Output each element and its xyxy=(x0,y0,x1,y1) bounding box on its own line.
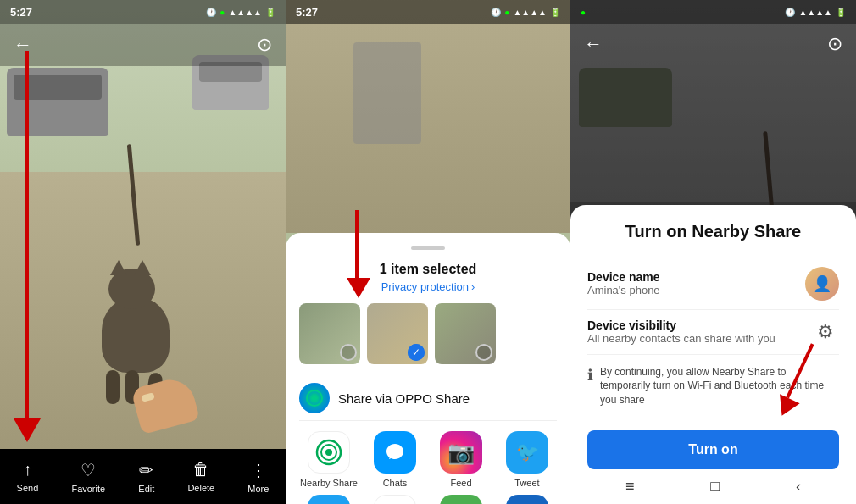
delete-button[interactable]: 🗑 Delete xyxy=(187,460,214,493)
signal-icon: ▲▲▲▲ xyxy=(228,8,262,17)
top-controls-3: ← ⊙ xyxy=(570,24,856,64)
status-icons-1: 🕐 ● ▲▲▲▲ 🔋 xyxy=(206,8,275,17)
favorite-button[interactable]: ♡ Favorite xyxy=(71,460,105,494)
battery-icon-3: 🔋 xyxy=(836,8,846,17)
photo-background xyxy=(0,0,286,504)
device-name-value: Amina's phone xyxy=(587,284,660,296)
red-arrow-1-head xyxy=(14,418,41,442)
panel-nearby-share: ● 🕐 ▲▲▲▲ 🔋 ← ⊙ Turn on Nearby Share Devi… xyxy=(570,0,856,504)
info-icon: ℹ xyxy=(587,366,593,385)
thumb-circle-1 xyxy=(340,344,357,361)
time-2: 5:27 xyxy=(296,6,318,19)
notif-icon-2: 🕐 xyxy=(491,8,501,17)
status-bar-3: ● 🕐 ▲▲▲▲ 🔋 xyxy=(570,0,856,24)
back-button-3[interactable]: ← xyxy=(584,33,603,55)
nav-menu-3: ≡ xyxy=(625,478,635,496)
nav-home-3: □ xyxy=(710,478,720,496)
instagram-icon: 📷 xyxy=(440,431,482,474)
user-avatar: 👤 xyxy=(805,267,839,301)
device-visibility-label: Device visibility xyxy=(587,318,775,332)
red-arrow-2 xyxy=(347,210,370,298)
sheet-handle xyxy=(411,246,445,250)
turn-on-button[interactable]: Turn on xyxy=(587,430,839,469)
settings-gear-icon[interactable]: ⚙ xyxy=(812,318,839,346)
share-sheet: 1 item selected Privacy protection › ✓ xyxy=(286,233,570,504)
nav-back-2: ‹ xyxy=(522,479,527,497)
nav-back-3: ‹ xyxy=(796,478,801,496)
panel3-status-dot: ● xyxy=(581,8,586,17)
status-icons-3: 🕐 ▲▲▲▲ 🔋 xyxy=(785,8,846,17)
red-arrow-1-line xyxy=(25,51,29,424)
back-button-1[interactable]: ← xyxy=(14,34,32,56)
more-button[interactable]: ⋮ More xyxy=(247,460,269,494)
app-icon-1: ● xyxy=(220,8,225,17)
thumb-circle-3 xyxy=(475,344,492,361)
notif-icon: 🕐 xyxy=(206,8,216,17)
battery-icon: 🔋 xyxy=(265,8,275,17)
thumbnails-row: ✓ xyxy=(299,303,557,364)
top-controls-1: ← ⊙ xyxy=(0,24,286,66)
svg-point-4 xyxy=(325,449,332,456)
signal-icon-3: ▲▲▲▲ xyxy=(798,8,832,17)
red-arrow-2-line xyxy=(355,210,359,278)
thumb-1[interactable] xyxy=(299,303,360,364)
oppo-share-row[interactable]: Share via OPPO Share xyxy=(299,376,557,421)
device-name-row[interactable]: Device name Amina's phone 👤 xyxy=(587,258,839,310)
oppo-share-label: Share via OPPO Share xyxy=(338,391,470,406)
bottom-nav-3: ≡ □ ‹ xyxy=(587,469,839,496)
edit-button[interactable]: ✏ Edit xyxy=(138,460,154,494)
status-icons-2: 🕐 ● ▲▲▲▲ 🔋 xyxy=(491,8,560,17)
selected-count: 1 item selected xyxy=(299,262,557,277)
select-icon[interactable]: ⊙ xyxy=(257,34,272,56)
battery-icon-2: 🔋 xyxy=(550,8,560,17)
select-icon-3[interactable]: ⊙ xyxy=(827,33,842,55)
panel3-status-left: ● xyxy=(581,8,586,17)
device-visibility-left: Device visibility All nearby contacts ca… xyxy=(587,318,775,345)
red-arrow-2-head xyxy=(347,278,370,298)
notif-icon-3: 🕐 xyxy=(785,8,795,17)
app-icon-2: ● xyxy=(504,8,509,17)
panel3-car xyxy=(579,68,672,127)
device-visibility-sub: All nearby contacts can share with you xyxy=(587,332,775,345)
status-bar-2: 5:27 🕐 ● ▲▲▲▲ 🔋 xyxy=(286,0,570,24)
car-left xyxy=(7,68,108,136)
nearby-share-title: Turn on Nearby Share xyxy=(587,222,839,241)
thumb-2[interactable]: ✓ xyxy=(367,303,428,364)
panel-share-sheet: 5:27 🕐 ● ▲▲▲▲ 🔋 1 item selected Privacy … xyxy=(286,0,570,504)
selected-check: ✓ xyxy=(408,344,425,361)
device-name-label: Device name xyxy=(587,270,660,284)
bottom-nav-2: ≡ □ ‹ xyxy=(286,472,570,504)
twitter-icon: 🐦 xyxy=(506,431,548,474)
time-1: 5:27 xyxy=(10,6,32,19)
device-name-left: Device name Amina's phone xyxy=(587,270,660,296)
status-bar-1: 5:27 🕐 ● ▲▲▲▲ 🔋 xyxy=(0,0,286,24)
nav-home-2: □ xyxy=(425,479,435,497)
privacy-link[interactable]: Privacy protection › xyxy=(299,280,557,293)
signal-icon-2: ▲▲▲▲ xyxy=(513,8,547,17)
thumb-3[interactable] xyxy=(435,303,496,364)
bottom-toolbar: ↑ Send ♡ Favorite ✏ Edit 🗑 Delete ⋮ More xyxy=(0,449,286,504)
nav-menu-2: ≡ xyxy=(329,479,338,497)
panel-photo-viewer: 5:27 🕐 ● ▲▲▲▲ 🔋 ← ⊙ ↑ Send ♡ Favorite ✏ … xyxy=(0,0,286,504)
nearby-share-icon xyxy=(308,431,350,474)
chats-icon xyxy=(374,431,416,474)
oppo-share-icon xyxy=(299,383,330,413)
send-button[interactable]: ↑ Send xyxy=(17,460,39,493)
